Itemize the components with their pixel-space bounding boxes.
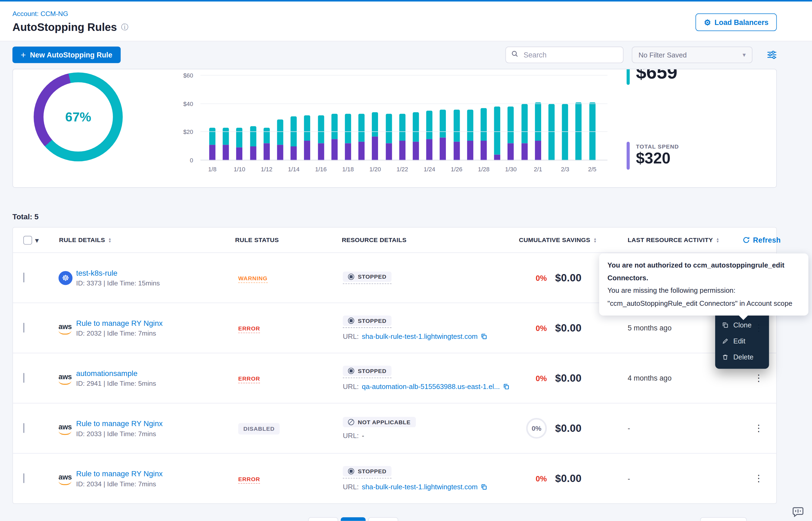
- status-badge: ERROR: [238, 476, 260, 484]
- status-badge: ERROR: [238, 376, 260, 383]
- resource-status-badge: STOPPED: [343, 466, 392, 476]
- url-label: URL:: [343, 333, 359, 340]
- row-checkbox[interactable]: [23, 323, 24, 333]
- new-autostopping-rule-button[interactable]: + New AutoStopping Rule: [13, 47, 121, 63]
- bar: 1/24: [423, 76, 436, 160]
- x-axis-tick: 1/22: [397, 166, 408, 173]
- menu-item-edit[interactable]: Edit: [715, 333, 769, 349]
- y-axis-tick: $20: [173, 129, 193, 135]
- delete-icon: [722, 354, 729, 361]
- resource-status-badge: NOT APPLICABLE: [343, 417, 416, 427]
- toolbar: + New AutoStopping Rule No Filter Saved …: [13, 47, 777, 63]
- rule-meta: ID: 2032 | Idle Time: 7mins: [76, 330, 235, 337]
- rule-meta: ID: 2034 | Idle Time: 7mins: [76, 480, 235, 488]
- copy-icon[interactable]: [480, 333, 487, 340]
- sort-icon[interactable]: ▲▼: [716, 237, 720, 243]
- page-size-select[interactable]: [700, 517, 747, 521]
- stopped-icon: [348, 273, 354, 280]
- bar: [518, 76, 531, 160]
- pagination-button[interactable]: [308, 517, 338, 521]
- resource-status-badge: STOPPED: [343, 366, 392, 376]
- kubernetes-icon: ☸: [59, 271, 73, 285]
- select-all-checkbox[interactable]: [23, 235, 32, 244]
- resource-url-link[interactable]: qa-automation-alb-515563988.us-east-1.el…: [362, 383, 500, 391]
- account-breadcrumb[interactable]: Account: CCM-NG: [13, 10, 68, 18]
- resource-url-link[interactable]: sha-bulk-rule-test-1.lightwingtest.com: [362, 333, 478, 340]
- bar: 1/26: [450, 76, 464, 160]
- last-activity: -: [628, 474, 743, 483]
- help-chat-icon[interactable]: [791, 506, 805, 520]
- autostopping-rules-page: Account: CCM-NG AutoStopping Rules ⓘ ⚙ L…: [0, 0, 812, 521]
- sort-icon[interactable]: ▲▼: [108, 237, 112, 243]
- pagination-button[interactable]: [368, 517, 399, 521]
- search-input[interactable]: [522, 50, 618, 59]
- refresh-button[interactable]: Refresh: [743, 236, 781, 244]
- x-axis-tick: 1/24: [424, 166, 435, 173]
- copy-icon[interactable]: [480, 483, 487, 490]
- info-icon[interactable]: ⓘ: [121, 23, 128, 32]
- rule-name-link[interactable]: Rule to manage RY Nginx: [76, 470, 235, 478]
- saved-filter-dropdown[interactable]: No Filter Saved ▾: [632, 47, 752, 63]
- col-rule-status: RULE STATUS: [235, 236, 279, 244]
- rule-name-link[interactable]: Rule to manage RY Nginx: [76, 319, 235, 327]
- row-checkbox[interactable]: [23, 273, 24, 282]
- row-checkbox[interactable]: [23, 423, 24, 433]
- rule-name-link[interactable]: Rule to manage RY Nginx: [76, 420, 235, 428]
- total-count: Total: 5: [13, 212, 812, 221]
- row-checkbox[interactable]: [23, 473, 24, 483]
- savings-accent-bar: [627, 69, 629, 85]
- rule-name-link[interactable]: automationsample: [76, 369, 235, 377]
- resource-status-badge: STOPPED: [343, 316, 392, 326]
- load-balancers-button[interactable]: ⚙ Load Balancers: [696, 14, 777, 31]
- rule-meta: ID: 2033 | Idle Time: 7mins: [76, 430, 235, 437]
- col-resource-details: RESOURCE DETAILS: [342, 236, 407, 244]
- stopped-icon: [348, 318, 354, 324]
- bar: [328, 76, 341, 160]
- sort-icon[interactable]: ▲▼: [593, 237, 597, 243]
- rule-name-link[interactable]: test-k8s-rule: [76, 269, 235, 277]
- savings-amount: $0.00: [555, 272, 582, 284]
- search-box[interactable]: [505, 47, 623, 63]
- y-axis-tick: $40: [173, 100, 193, 107]
- y-axis-tick: 0: [173, 157, 193, 163]
- clone-icon: [722, 322, 729, 329]
- bar: [491, 76, 504, 160]
- bar: 1/22: [396, 76, 409, 160]
- status-badge: WARNING: [238, 275, 268, 283]
- stopped-icon: [348, 368, 354, 374]
- summary-card: 67% 1/81/101/121/141/161/181/201/221/241…: [13, 69, 777, 188]
- row-menu-button[interactable]: ⋮: [754, 373, 763, 383]
- savings-amount: $0.00: [555, 422, 582, 434]
- refresh-icon: [743, 236, 750, 244]
- bar: [545, 76, 558, 160]
- bar: 1/10: [233, 76, 247, 160]
- select-menu-chevron-icon[interactable]: ▾: [35, 236, 39, 244]
- pagination-current-page[interactable]: [341, 517, 366, 521]
- bar: [274, 76, 287, 160]
- filter-sliders-icon[interactable]: [767, 50, 777, 59]
- table-row: aws Rule to manage RY Nginx ID: 2034 | I…: [13, 453, 776, 503]
- aws-icon: aws: [59, 474, 72, 485]
- row-menu-button[interactable]: ⋮: [754, 423, 763, 433]
- url-label: URL:: [343, 483, 359, 491]
- row-checkbox[interactable]: [23, 373, 24, 383]
- resource-url-link[interactable]: sha-bulk-rule-test-1.lightwingtest.com: [362, 483, 478, 491]
- rule-meta: ID: 3373 | Idle Time: 15mins: [76, 279, 235, 287]
- menu-item-clone[interactable]: Clone: [715, 317, 769, 333]
- bar: [382, 76, 396, 160]
- bar: 2/3: [558, 76, 572, 160]
- y-axis-tick: $60: [173, 72, 193, 78]
- row-menu-button[interactable]: ⋮: [754, 473, 763, 483]
- savings-percent: 0%: [536, 374, 547, 383]
- menu-item-delete[interactable]: Delete: [715, 349, 769, 365]
- total-spend-label: TOTAL SPEND: [636, 143, 679, 150]
- total-spend-accent-bar: [627, 142, 629, 170]
- x-axis-tick: 1/20: [369, 166, 381, 173]
- x-axis-tick: 2/3: [561, 166, 569, 173]
- bar: 1/28: [477, 76, 491, 160]
- aws-icon: aws: [59, 373, 72, 385]
- x-axis-tick: 1/18: [342, 166, 354, 173]
- last-activity: 4 months ago: [628, 374, 743, 383]
- copy-icon[interactable]: [503, 383, 510, 390]
- plus-icon: +: [21, 50, 26, 59]
